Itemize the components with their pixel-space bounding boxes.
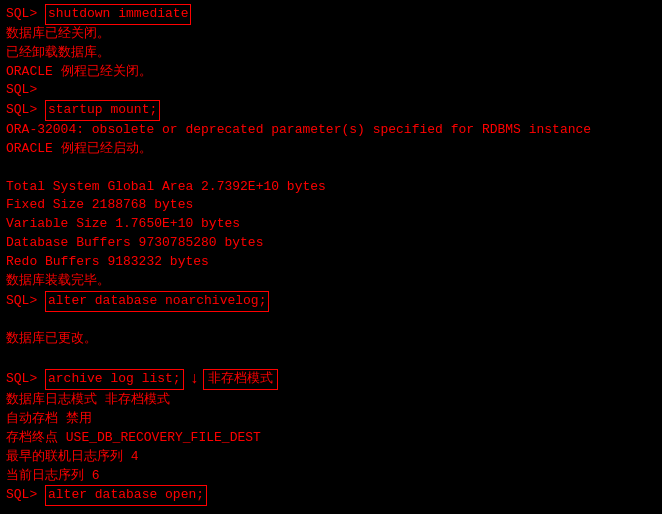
blank-1 (6, 159, 656, 178)
line-4: ORACLE 例程已经关闭。 (6, 63, 656, 82)
line-archive: SQL> archive log list; ↓ 非存档模式 (6, 368, 656, 391)
text-total: Total System Global Area 2.7392E+10 byte… (6, 179, 326, 194)
line-7: ORA-32004: obsolete or deprecated parame… (6, 121, 656, 140)
blank-3 (6, 349, 656, 368)
prompt-archive: SQL> (6, 370, 45, 389)
line-alter1: SQL> alter database noarchivelog; (6, 291, 656, 312)
text-5: SQL> (6, 82, 37, 97)
blank-2 (6, 312, 656, 331)
blank-4 (6, 506, 656, 514)
line-3: 已经卸载数据库。 (6, 44, 656, 63)
line-var: Variable Size 1.7650E+10 bytes (6, 215, 656, 234)
text-earliest: 最早的联机日志序列 4 (6, 449, 139, 464)
cmd-startup: startup mount; (45, 100, 160, 121)
prompt-6: SQL> (6, 102, 45, 117)
line-mount: 数据库装载完毕。 (6, 272, 656, 291)
line-1: SQL> shutdown immediate (6, 4, 656, 25)
cmd-open: alter database open; (45, 485, 207, 506)
text-2: 数据库已经关闭。 (6, 26, 110, 41)
line-2: 数据库已经关闭。 (6, 25, 656, 44)
line-log-mode: 数据库日志模式 非存档模式 (6, 391, 656, 410)
text-4: ORACLE 例程已经关闭。 (6, 64, 152, 79)
cmd-noarchivelog: alter database noarchivelog; (45, 291, 269, 312)
prompt-1: SQL> (6, 6, 45, 21)
text-redo: Redo Buffers 9183232 bytes (6, 254, 209, 269)
text-current: 当前日志序列 6 (6, 468, 100, 483)
line-6: SQL> startup mount; (6, 100, 656, 121)
non-archive-label: 非存档模式 (203, 369, 278, 390)
line-total: Total System Global Area 2.7392E+10 byte… (6, 178, 656, 197)
line-db: Database Buffers 9730785280 bytes (6, 234, 656, 253)
text-db: Database Buffers 9730785280 bytes (6, 235, 263, 250)
line-8: ORACLE 例程已经启动。 (6, 140, 656, 159)
text-changed1: 数据库已更改。 (6, 331, 97, 346)
line-changed1: 数据库已更改。 (6, 330, 656, 349)
text-3: 已经卸载数据库。 (6, 45, 110, 60)
line-auto-arch: 自动存档 禁用 (6, 410, 656, 429)
text-fixed: Fixed Size 2188768 bytes (6, 197, 193, 212)
prompt-open: SQL> (6, 487, 45, 502)
line-5: SQL> (6, 81, 656, 100)
text-mount: 数据库装载完毕。 (6, 273, 110, 288)
terminal: SQL> shutdown immediate 数据库已经关闭。 已经卸载数据库… (0, 0, 662, 514)
cmd-shutdown: shutdown immediate (45, 4, 191, 25)
arrow-icon: ↓ (190, 368, 200, 391)
line-arch-dest: 存档终点 USE_DB_RECOVERY_FILE_DEST (6, 429, 656, 448)
prompt-alter1: SQL> (6, 293, 45, 308)
line-redo: Redo Buffers 9183232 bytes (6, 253, 656, 272)
text-8: ORACLE 例程已经启动。 (6, 141, 152, 156)
text-auto-arch: 自动存档 禁用 (6, 411, 92, 426)
cmd-archive: archive log list; (45, 369, 184, 390)
line-fixed: Fixed Size 2188768 bytes (6, 196, 656, 215)
text-log-mode: 数据库日志模式 非存档模式 (6, 392, 170, 407)
line-open: SQL> alter database open; (6, 485, 656, 506)
text-7: ORA-32004: obsolete or deprecated parame… (6, 122, 591, 137)
line-current: 当前日志序列 6 (6, 467, 656, 486)
text-arch-dest: 存档终点 USE_DB_RECOVERY_FILE_DEST (6, 430, 261, 445)
text-var: Variable Size 1.7650E+10 bytes (6, 216, 240, 231)
line-earliest: 最早的联机日志序列 4 (6, 448, 656, 467)
